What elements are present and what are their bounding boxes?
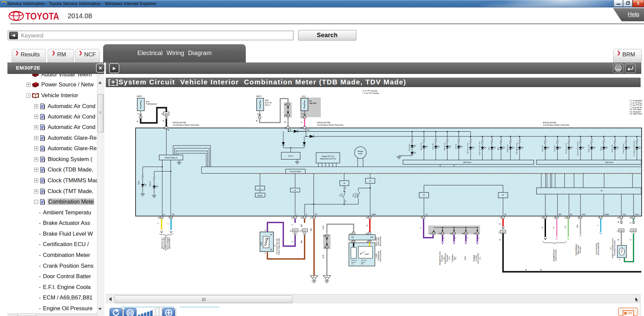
svg-text:E43(A),E47(B): E43(A),E47(B) bbox=[543, 122, 556, 124]
svg-text:IG+: IG+ bbox=[307, 129, 310, 131]
svg-text:2: 2 bbox=[257, 113, 258, 115]
svg-text:Ob To Steer (*2): Ob To Steer (*2) bbox=[467, 143, 469, 154]
svg-text:* 2 :w/ TFT Disp: * 2 :w/ TFT Disp bbox=[629, 102, 642, 104]
svg-text:V: V bbox=[291, 241, 293, 242]
svg-text:(BAT): (BAT) bbox=[137, 95, 142, 97]
svg-text:(IG): (IG) bbox=[302, 95, 305, 97]
svg-text:E43(A),E47(B): E43(A),E47(B) bbox=[173, 122, 186, 124]
svg-text:GR: GR bbox=[576, 225, 578, 228]
svg-text:6C: 6C bbox=[304, 116, 306, 118]
svg-text:Hazard (*5): Hazard (*5) bbox=[611, 144, 613, 152]
svg-text:Door (*3): Door (*3) bbox=[432, 143, 434, 150]
svg-text:+S: +S bbox=[425, 213, 428, 215]
svg-text:Light Assemblies: Light Assemblies bbox=[169, 237, 170, 249]
svg-text:V: V bbox=[420, 228, 422, 229]
svg-text:E43(A),E47(B): E43(A),E47(B) bbox=[317, 122, 330, 124]
svg-text:Fuel Controller: Fuel Controller bbox=[290, 170, 301, 173]
svg-text:7: 7 bbox=[168, 217, 169, 219]
svg-text:10: 10 bbox=[365, 233, 368, 235]
svg-text:Display TFT (*2): Display TFT (*2) bbox=[322, 155, 334, 157]
svg-text:Monitor: Monitor bbox=[354, 192, 356, 198]
svg-text:Steering: Steering bbox=[361, 259, 367, 261]
svg-text:EO: EO bbox=[313, 276, 316, 278]
svg-text:(*2): (*2) bbox=[344, 200, 346, 203]
svg-text:B: B bbox=[168, 129, 169, 131]
svg-text:A17: A17 bbox=[610, 246, 612, 249]
svg-text:B: B bbox=[290, 129, 291, 131]
svg-text:ECU Assembly: ECU Assembly bbox=[477, 253, 479, 263]
svg-text:Brake: Brake bbox=[600, 147, 602, 151]
svg-text:LL: LL bbox=[163, 213, 165, 215]
svg-text:2: 2 bbox=[629, 230, 630, 232]
svg-text:* 1 :w/ Headlight: * 1 :w/ Headlight bbox=[629, 100, 642, 102]
svg-text:V: V bbox=[443, 237, 445, 239]
svg-text:Belt Assembly RH: Belt Assembly RH bbox=[598, 243, 599, 255]
svg-text:Combination Meter Assembly: Combination Meter Assembly bbox=[543, 124, 569, 126]
svg-text:L: L bbox=[547, 213, 548, 215]
svg-text:1: 1 bbox=[259, 116, 260, 118]
svg-text:6A: 6A bbox=[287, 103, 289, 105]
svg-text:SI: SI bbox=[504, 213, 506, 215]
svg-text:Engine Overheat (*3): Engine Overheat (*3) bbox=[577, 141, 578, 155]
svg-text:V: V bbox=[466, 237, 468, 239]
svg-text:B: B bbox=[137, 121, 139, 122]
svg-text:I/F: I/F bbox=[259, 188, 261, 189]
svg-text:Switch: Switch bbox=[351, 261, 356, 263]
svg-text:11: 11 bbox=[350, 233, 352, 235]
svg-text:6: 6 bbox=[421, 217, 422, 219]
svg-text:W: W bbox=[256, 120, 258, 122]
svg-text:Assembly: Assembly bbox=[447, 255, 448, 262]
svg-text:LG: LG bbox=[564, 226, 566, 228]
svg-text:10A: 10A bbox=[146, 101, 149, 103]
svg-text:Navigation Receiver: Navigation Receiver bbox=[439, 251, 441, 265]
svg-text:TOYOTA: TOYOTA bbox=[25, 11, 59, 21]
svg-text:Headlight Assemblies: Headlight Assemblies bbox=[165, 235, 167, 251]
svg-text:NO.2: NO.2 bbox=[265, 104, 270, 106]
svg-text:AE2: AE2 bbox=[501, 231, 505, 233]
svg-text:3: 3 bbox=[351, 241, 352, 243]
svg-text:28: 28 bbox=[366, 217, 368, 219]
svg-text:6A: 6A bbox=[465, 232, 467, 234]
svg-text:+DP: +DP bbox=[370, 236, 374, 238]
svg-text:RSB: RSB bbox=[605, 213, 609, 215]
svg-text:2: 2 bbox=[619, 259, 620, 261]
svg-text:Segmented LCD (*3): Segmented LCD (*3) bbox=[320, 158, 336, 160]
svg-text:Sub-Assembly: Sub-Assembly bbox=[380, 236, 381, 246]
svg-text:17: 17 bbox=[299, 230, 301, 232]
svg-text:9: 9 bbox=[554, 217, 555, 219]
svg-text:Outer Rear View: Outer Rear View bbox=[161, 237, 163, 249]
svg-text:4: 4 bbox=[498, 231, 499, 233]
svg-text:L: L bbox=[167, 223, 169, 224]
svg-text:* 7 :w/ Smart En: * 7 :w/ Smart En bbox=[629, 106, 642, 108]
svg-text:I/F: I/F bbox=[343, 183, 345, 184]
svg-text:27: 27 bbox=[473, 233, 476, 235]
svg-text:I/F: I/F bbox=[502, 194, 504, 196]
svg-text:5A: 5A bbox=[309, 100, 312, 102]
svg-text:LR: LR bbox=[172, 213, 174, 215]
svg-text:Switch Assembly: Switch Assembly bbox=[555, 249, 557, 261]
svg-text:Turn L: Turn L bbox=[138, 180, 140, 185]
svg-text:* 3 :w/o TFT Display: * 3 :w/o TFT Display bbox=[362, 92, 379, 94]
svg-text:W: W bbox=[617, 221, 619, 223]
svg-text:13: 13 bbox=[158, 217, 160, 219]
svg-text:28: 28 bbox=[450, 233, 452, 235]
svg-text:Combination Meter Assembly: Combination Meter Assembly bbox=[317, 124, 343, 126]
svg-text:B: B bbox=[541, 227, 543, 228]
svg-text:6A: 6A bbox=[476, 232, 479, 234]
svg-text:motor: motor bbox=[358, 153, 363, 155]
svg-text:ECU-B: ECU-B bbox=[265, 102, 271, 104]
svg-text:B: B bbox=[525, 269, 527, 271]
svg-text:TX1+: TX1+ bbox=[635, 213, 639, 215]
svg-text:6D: 6D bbox=[287, 114, 289, 116]
svg-text:Headlight Dimmer: Headlight Dimmer bbox=[553, 249, 555, 261]
svg-text:29: 29 bbox=[438, 233, 441, 235]
svg-text:AE3: AE3 bbox=[632, 230, 635, 232]
svg-text:(*12): (*12) bbox=[449, 257, 450, 260]
svg-text:G: G bbox=[629, 239, 631, 240]
svg-text:11: 11 bbox=[430, 233, 432, 235]
svg-text:Mirror Assemblies: Mirror Assemblies bbox=[163, 237, 165, 249]
svg-text:* 2 :w/ TFT Display: * 2 :w/ TFT Display bbox=[362, 90, 378, 92]
svg-text:Master (*2): Master (*2) bbox=[444, 143, 445, 150]
svg-text:Front Seat Inner: Front Seat Inner bbox=[596, 243, 597, 255]
svg-text:Steering: Steering bbox=[351, 259, 357, 261]
